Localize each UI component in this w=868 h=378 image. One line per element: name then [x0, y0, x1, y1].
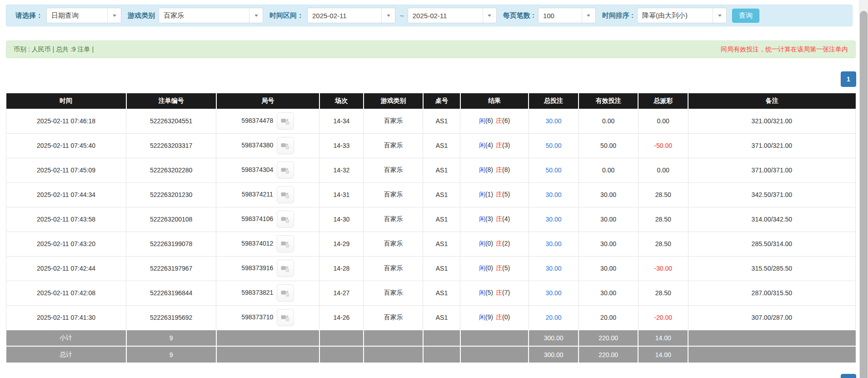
video-replay-button[interactable] — [277, 284, 294, 302]
cell-bet-id: 522263202280 — [126, 158, 216, 182]
video-replay-button[interactable] — [277, 309, 294, 326]
cell-payout: 0.00 — [638, 109, 688, 133]
round-id-value: 598373821 — [241, 289, 273, 296]
page-size-value: 100 — [539, 12, 582, 20]
cell-game-type: 百家乐 — [364, 109, 423, 133]
player-result-label: 闲 — [479, 313, 485, 321]
column-header: 场次 — [319, 93, 364, 109]
time-range-label: 时间区间： — [269, 11, 304, 20]
vertical-scrollbar-thumb[interactable] — [860, 11, 868, 378]
cell-game-type: 百家乐 — [364, 256, 423, 281]
cell-note: 315.50/285.50 — [688, 256, 855, 281]
banker-result-label: 庄 — [496, 264, 502, 272]
cell-bet-id: 522263196844 — [126, 281, 216, 305]
player-result-label: 闲 — [479, 191, 485, 198]
cell-valid-bet: 50.00 — [579, 133, 638, 158]
cell-note: 314.00/342.50 — [688, 207, 855, 232]
cell-note: 285.50/314.00 — [688, 232, 855, 256]
query-type-select[interactable]: 日期查询 — [46, 8, 121, 23]
table-row: 2025-02-11 07:41:30 522263195692 5983737… — [6, 305, 856, 330]
pagination-page-1-top[interactable]: 1 — [841, 71, 856, 87]
cell-game-type: 百家乐 — [364, 232, 423, 256]
cell-valid-bet: 30.00 — [579, 256, 638, 281]
total-bet-link[interactable]: 20.00 — [546, 314, 562, 321]
column-header: 桌号 — [423, 93, 460, 109]
column-header: 时间 — [6, 93, 126, 109]
video-icon — [280, 238, 291, 249]
total-bet-link[interactable]: 30.00 — [546, 240, 562, 247]
date-to-select[interactable]: 2025-02-11 — [408, 8, 497, 23]
cell-payout: 28.50 — [638, 182, 688, 207]
video-icon — [280, 189, 291, 200]
table-row: 2025-02-11 07:44:34 522263201230 5983742… — [6, 182, 856, 207]
video-replay-button[interactable] — [277, 137, 294, 154]
cell-session: 14-26 — [319, 305, 364, 330]
player-result-label: 闲 — [479, 289, 485, 296]
column-header: 备注 — [688, 93, 855, 109]
cell-note: 342.50/371.00 — [688, 182, 855, 207]
cell-table-no: AS1 — [423, 305, 460, 330]
cell-table-no: AS1 — [423, 256, 460, 281]
cell-payout: -20.00 — [638, 305, 688, 330]
total-bet-link[interactable]: 30.00 — [546, 265, 562, 272]
cell-total-bet: 30.00 — [529, 281, 579, 305]
total-bet-link[interactable]: 50.00 — [546, 142, 562, 149]
video-replay-button[interactable] — [277, 235, 294, 252]
round-id-value: 598374211 — [242, 191, 273, 198]
round-id-value: 598374478 — [241, 117, 273, 124]
cell-bet-id: 522263200108 — [126, 207, 216, 232]
table-header-row: 时间注单编号局号场次游戏类别桌号结果总投注有效投注总派彩备注 — [6, 93, 856, 109]
cell-empty — [423, 346, 460, 363]
video-replay-button[interactable] — [277, 211, 294, 228]
cell-round-id: 598373710 — [216, 305, 319, 330]
video-icon — [280, 140, 291, 151]
banker-result-score: (4) — [502, 215, 510, 222]
video-replay-button[interactable] — [277, 161, 294, 179]
video-replay-button[interactable] — [277, 112, 294, 130]
total-bet-link[interactable]: 30.00 — [546, 289, 562, 297]
player-result-score: (5) — [485, 289, 493, 296]
cell-time: 2025-02-11 07:43:20 — [6, 232, 126, 256]
banker-result-score: (7) — [502, 289, 510, 296]
video-icon — [280, 287, 291, 298]
cell-total-bet: 30.00 — [529, 232, 579, 256]
banker-result-label: 庄 — [496, 240, 502, 247]
subtotal-label: 小计 — [6, 330, 126, 346]
total-bet-link[interactable]: 30.00 — [546, 216, 562, 223]
cell-result: 闲(5)庄(7) — [460, 281, 529, 305]
sort-order-select[interactable]: 降幂(由大到小) — [637, 8, 727, 23]
cell-time: 2025-02-11 07:45:40 — [6, 133, 126, 158]
player-result-label: 闲 — [479, 141, 485, 149]
game-type-label: 游戏类别 — [128, 11, 155, 20]
column-header: 总投注 — [529, 93, 579, 109]
cell-time: 2025-02-11 07:46:18 — [6, 109, 126, 133]
vertical-scrollbar-track[interactable] — [859, 0, 868, 378]
cell-result: 闲(0)庄(5) — [460, 256, 529, 281]
total-bet-link[interactable]: 30.00 — [546, 191, 562, 198]
cell-round-id: 598374380 — [216, 133, 319, 158]
game-type-select[interactable]: 百家乐 — [159, 8, 263, 23]
page-size-select[interactable]: 100 — [538, 8, 596, 23]
table-row: 2025-02-11 07:42:44 522263197967 5983739… — [6, 256, 856, 281]
cell-note: 321.00/321.00 — [688, 109, 855, 133]
player-result-score: (6) — [485, 117, 493, 124]
date-from-select[interactable]: 2025-02-11 — [307, 8, 395, 23]
total-bet-link[interactable]: 30.00 — [546, 117, 562, 125]
cell-empty — [460, 330, 529, 346]
banker-result-label: 庄 — [496, 166, 502, 173]
round-id-value: 598374380 — [241, 141, 273, 149]
filter-bar: 请选择： 日期查询 游戏类别 百家乐 时间区间： 2025-02-11 ~ 20… — [6, 5, 853, 26]
cell-note: 371.00/371.00 — [688, 158, 855, 182]
video-replay-button[interactable] — [277, 260, 294, 277]
banker-result-score: (5) — [502, 191, 510, 198]
total-bet-link[interactable]: 50.00 — [546, 166, 562, 174]
banker-result-label: 庄 — [496, 215, 502, 222]
video-replay-button[interactable] — [277, 186, 294, 203]
pagination-page-1-bottom[interactable]: 1 — [841, 374, 856, 378]
sort-order-label: 时间排序 : — [602, 11, 634, 20]
search-button[interactable]: 查询 — [732, 9, 759, 23]
cell-empty — [216, 346, 319, 363]
cell-time: 2025-02-11 07:45:09 — [6, 158, 126, 182]
date-to-value: 2025-02-11 — [408, 12, 483, 20]
cell-empty — [423, 330, 460, 346]
